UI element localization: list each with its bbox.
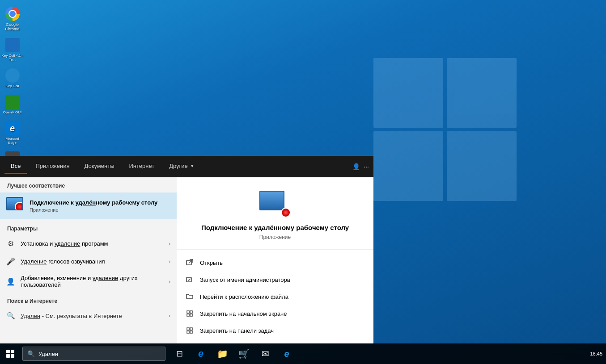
- taskbar-search[interactable]: 🔍 Удален: [22, 347, 165, 361]
- taskbar-store[interactable]: 🛒: [233, 343, 254, 364]
- taskbar-search-text: Удален: [38, 351, 58, 357]
- svg-rect-0: [186, 260, 191, 265]
- taskbar-task-view[interactable]: ⊟: [169, 343, 190, 364]
- desktop-icon-keycoll2[interactable]: Key Coll: [0, 66, 25, 90]
- pin-start-icon: [186, 310, 194, 318]
- left-panel: Лучшее соответствие Подключение к удалён…: [0, 177, 177, 343]
- action-pin-taskbar[interactable]: Закрепить на панели задач: [177, 322, 373, 339]
- taskbar: 🔍 Удален ⊟ e 📁 🛒 ✉ e 16:45: [0, 343, 606, 364]
- action-open-text: Открыть: [200, 259, 223, 266]
- settings-item-text-2: Добавление, изменение и удаление других …: [21, 275, 163, 288]
- taskbar-ie[interactable]: e: [276, 343, 297, 364]
- settings-header: Параметры: [0, 220, 177, 234]
- app-detail-type: Приложение: [259, 234, 291, 240]
- settings-item-arrow-1: ›: [169, 259, 170, 264]
- search-content: Лучшее соответствие Подключение к удалён…: [0, 177, 373, 343]
- keycoll1-icon-img: [5, 38, 20, 52]
- svg-rect-8: [190, 328, 192, 330]
- app-detail-rdp-badge: [281, 208, 291, 218]
- web-search-arrow: ›: [169, 313, 170, 318]
- msedge-icon-img: e: [5, 121, 20, 135]
- settings-item-arrow-0: ›: [169, 241, 170, 246]
- desktop-icon-keycoll1[interactable]: Key Coll 4.1 - Te...: [0, 36, 25, 64]
- gear-icon: ⚙: [6, 239, 15, 248]
- best-match-title: Подключение к удалённому рабочему столу: [30, 199, 170, 207]
- start-button[interactable]: [0, 343, 21, 364]
- search-tabs: Все Приложения Документы Интернет Другие…: [0, 156, 373, 177]
- best-match-item[interactable]: Подключение к удалённому рабочему столу …: [0, 192, 177, 219]
- taskbar-edge[interactable]: e: [191, 343, 211, 364]
- svg-rect-4: [190, 311, 192, 313]
- svg-rect-7: [187, 328, 189, 330]
- tab-apps[interactable]: Приложения: [29, 159, 76, 174]
- action-open[interactable]: Открыть: [177, 254, 373, 271]
- action-admin-text: Запуск от имени администратора: [200, 276, 290, 283]
- tab-other[interactable]: Другие ▼: [163, 159, 201, 174]
- action-folder[interactable]: Перейти к расположению файла: [177, 288, 373, 305]
- taskbar-right: 16:45: [590, 351, 606, 356]
- settings-item-2[interactable]: 👤 Добавление, изменение и удаление други…: [0, 270, 177, 293]
- best-match-text: Подключение к удалённому рабочему столу …: [30, 199, 170, 213]
- openvgui-icon-img: [5, 95, 20, 109]
- desktop-icon-msedge[interactable]: e Microsof Edge: [0, 119, 25, 147]
- svg-rect-9: [187, 331, 189, 333]
- taskbar-search-icon: 🔍: [27, 350, 35, 357]
- settings-item-text-1: Удаление голосов озвучивания: [21, 258, 163, 265]
- svg-rect-6: [190, 314, 192, 316]
- search-tabs-right: 👤 ···: [352, 163, 369, 170]
- app-detail-header: Подключение к удалённому рабочему столу …: [177, 177, 373, 250]
- taskbar-items: ⊟ e 📁 🛒 ✉ e: [169, 343, 297, 364]
- app-detail-title: Подключение к удалённому рабочему столу: [201, 223, 349, 232]
- person-icon: 👤: [6, 277, 15, 286]
- keycoll2-label: Key Coll: [6, 84, 19, 88]
- svg-line-1: [189, 259, 193, 263]
- tab-docs[interactable]: Документы: [78, 159, 120, 174]
- desktop: Google Chrome Key Coll 4.1 - Te... Key C…: [0, 0, 606, 364]
- search-more-icon[interactable]: ···: [364, 163, 369, 170]
- app-detail-icon: [259, 191, 291, 218]
- web-search-header: Поиск в Интернете: [0, 293, 177, 307]
- svg-rect-5: [187, 314, 189, 316]
- action-pin-start-text: Закрепить на начальном экране: [200, 310, 287, 317]
- web-search-item[interactable]: 🔍 Удален - См. результаты в Интернете ›: [0, 307, 177, 325]
- mic-icon: 🎤: [6, 257, 15, 266]
- action-folder-text: Перейти к расположению файла: [200, 293, 288, 300]
- action-admin[interactable]: Запуск от имени администратора: [177, 271, 373, 288]
- desktop-icon-openvgui[interactable]: OpenV GUI: [0, 92, 25, 117]
- start-icon: [6, 350, 14, 358]
- other-tab-arrow: ▼: [190, 163, 195, 168]
- taskbar-clock: 16:45: [590, 351, 602, 356]
- keycoll1-label: Key Coll 4.1 - Te...: [1, 54, 23, 62]
- chrome-icon-label: Google Chrome: [1, 22, 23, 31]
- settings-item-1[interactable]: 🎤 Удаление голосов озвучивания ›: [0, 252, 177, 270]
- best-match-subtitle: Приложение: [30, 207, 170, 213]
- chrome-icon-img: [5, 7, 20, 21]
- pin-taskbar-icon: [186, 326, 194, 335]
- tab-all[interactable]: Все: [4, 159, 27, 174]
- settings-item-0[interactable]: ⚙ Установка и удаление программ ›: [0, 234, 177, 252]
- rdp-icon: [6, 197, 24, 215]
- right-panel: Подключение к удалённому рабочему столу …: [177, 177, 373, 343]
- open-icon: [186, 259, 194, 267]
- openvgui-label: OpenV GUI: [3, 110, 21, 114]
- action-list: Открыть Запуск от имени администратора: [177, 250, 373, 343]
- action-pin-taskbar-text: Закрепить на панели задач: [200, 327, 274, 334]
- best-match-header: Лучшее соответствие: [0, 177, 177, 192]
- taskbar-explorer[interactable]: 📁: [212, 343, 233, 364]
- start-menu: Все Приложения Документы Интернет Другие…: [0, 156, 373, 343]
- settings-item-arrow-2: ›: [169, 279, 170, 284]
- search-web-icon: 🔍: [6, 311, 15, 320]
- svg-rect-2: [186, 277, 191, 282]
- web-search-text: Удален - См. результаты в Интернете: [21, 313, 122, 319]
- folder-icon: [186, 293, 194, 301]
- keycoll2-icon-img: [5, 68, 20, 83]
- windows-logo-watermark: [373, 58, 517, 201]
- taskbar-mail[interactable]: ✉: [255, 343, 275, 364]
- search-person-icon[interactable]: 👤: [352, 163, 360, 170]
- desktop-icon-chrome[interactable]: Google Chrome: [0, 4, 25, 33]
- tab-internet[interactable]: Интернет: [123, 159, 161, 174]
- svg-rect-10: [190, 331, 192, 333]
- settings-item-text-0: Установка и удаление программ: [21, 240, 163, 247]
- app-detail-rdp-bg: [259, 191, 284, 210]
- action-pin-start[interactable]: Закрепить на начальном экране: [177, 305, 373, 322]
